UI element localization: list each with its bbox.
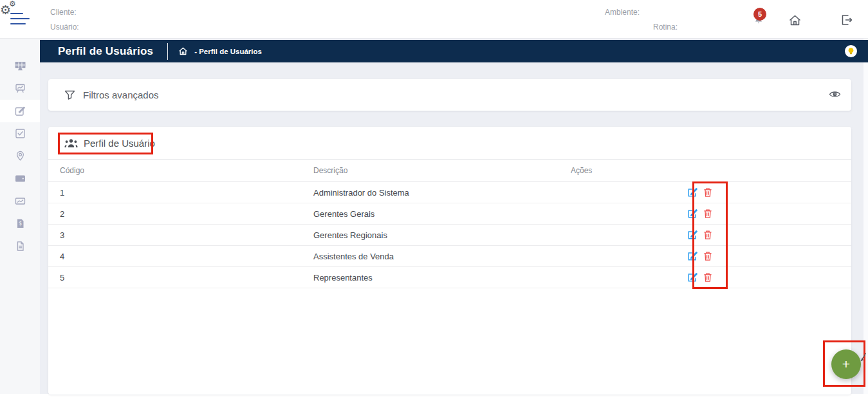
plus-icon: + (842, 357, 850, 372)
column-header-codigo: Código (48, 166, 313, 175)
cell-codigo: 2 (48, 209, 313, 219)
cell-descricao: Representantes (313, 273, 571, 283)
scrollbar-track[interactable] (863, 39, 868, 394)
breadcrumb-home-icon (178, 46, 188, 56)
cell-descricao: Administrador do Sistema (313, 188, 571, 198)
column-header-acoes: Ações (571, 166, 851, 175)
edit-icon (687, 272, 697, 283)
header-divider (167, 43, 168, 60)
logout-button[interactable] (840, 14, 854, 28)
edit-button[interactable] (687, 187, 697, 198)
edit-button[interactable] (687, 209, 697, 219)
advanced-filters-bar[interactable]: Filtros avançados (48, 79, 851, 111)
table-header-row: Código Descrição Ações (48, 160, 851, 182)
invoice-money-icon: $ (14, 218, 26, 230)
cell-descricao: Gerentes Regionais (313, 230, 571, 240)
toggle-visibility-button[interactable] (829, 89, 841, 101)
delete-button[interactable] (703, 187, 712, 198)
home-button[interactable] (788, 14, 802, 28)
lightbulb-icon (847, 47, 855, 55)
edit-icon (687, 187, 697, 198)
trash-icon (703, 187, 712, 198)
presentation-chart-icon (14, 82, 26, 95)
table-row: 1 Administrador do Sistema (48, 182, 851, 203)
cell-codigo: 4 (48, 252, 313, 261)
notifications-button[interactable]: 5 (752, 9, 766, 23)
ambiente-label: Ambiente: (605, 8, 640, 17)
check-square-icon (14, 127, 26, 140)
trash-icon (703, 251, 712, 261)
cell-codigo: 3 (48, 230, 313, 240)
sidebar-nav: $ (0, 39, 40, 394)
panel-title: Perfil de Usuário (84, 138, 155, 149)
panel-header: Perfil de Usuário (48, 127, 851, 160)
cell-descricao: Gerentes Gerais (313, 209, 571, 219)
delete-button[interactable] (703, 272, 712, 283)
notification-badge: 5 (753, 8, 766, 21)
home-icon (788, 18, 802, 29)
sidebar-item-presentation-chart[interactable] (0, 77, 40, 100)
breadcrumb: - Perfil de Usuários (194, 48, 262, 55)
advanced-filters-label: Filtros avançados (83, 89, 159, 100)
document-icon (14, 240, 26, 252)
cell-descricao: Assistentes de Venda (313, 252, 571, 261)
trash-icon (703, 209, 712, 219)
menu-icon[interactable] (10, 12, 31, 27)
sidebar-item-sales-chart[interactable] (0, 190, 40, 212)
delete-button[interactable] (703, 209, 712, 219)
eye-icon (829, 90, 841, 98)
sidebar-item-tasks[interactable] (0, 122, 40, 145)
wallet-icon (14, 172, 26, 185)
edit-icon (687, 209, 697, 219)
svg-text:$: $ (19, 221, 22, 227)
column-header-descricao: Descrição (313, 166, 571, 175)
gear-small-icon: ⚙ (9, 0, 16, 8)
page-title: Perfil de Usuários (58, 45, 153, 58)
trash-icon (703, 272, 712, 283)
sidebar-item-wallet[interactable] (0, 167, 40, 190)
cell-codigo: 5 (48, 273, 313, 283)
delete-button[interactable] (703, 251, 712, 261)
edit-icon (687, 251, 697, 261)
filter-icon (64, 90, 75, 100)
user-profile-panel: Perfil de Usuário Código Descrição Ações… (48, 127, 851, 394)
sidebar-item-dashboard-panel[interactable] (0, 55, 40, 77)
sidebar-item-document[interactable] (0, 235, 40, 257)
compose-edit-icon (14, 105, 26, 117)
help-tip-button[interactable] (845, 45, 857, 57)
edit-button[interactable] (687, 251, 697, 261)
add-profile-fab[interactable]: + (831, 349, 861, 379)
trash-icon (703, 230, 712, 240)
breadcrumb-home-button[interactable] (178, 46, 188, 56)
top-bar: Cliente: Usuário: Ambiente: Rotina: 5 ⚙ … (0, 0, 868, 39)
table-row: 4 Assistentes de Venda (48, 246, 851, 267)
table-row: 5 Representantes (48, 267, 851, 288)
page-header-bar: Perfil de Usuários - Perfil de Usuários (40, 40, 868, 62)
edit-button[interactable] (687, 272, 697, 283)
sidebar-item-compose-active[interactable] (0, 100, 40, 122)
location-pin-icon (14, 150, 26, 162)
table-row: 3 Gerentes Regionais (48, 225, 851, 246)
cliente-label: Cliente: (50, 8, 77, 17)
delete-button[interactable] (703, 230, 712, 240)
sidebar-item-locations[interactable] (0, 145, 40, 167)
edit-button[interactable] (687, 230, 697, 240)
user-group-icon (64, 138, 78, 148)
usuario-label: Usuário: (50, 23, 79, 32)
sales-chart-icon (14, 195, 26, 207)
table-row: 2 Gerentes Gerais (48, 203, 851, 225)
sidebar-item-invoice[interactable]: $ (0, 212, 40, 235)
rotina-label: Rotina: (653, 23, 678, 32)
dashboard-panel-icon (14, 60, 26, 72)
panel-title-group: Perfil de Usuário (64, 127, 155, 160)
edit-icon (687, 230, 697, 240)
logout-icon (840, 17, 853, 28)
mouse-cursor (858, 353, 867, 366)
cell-codigo: 1 (48, 188, 313, 198)
